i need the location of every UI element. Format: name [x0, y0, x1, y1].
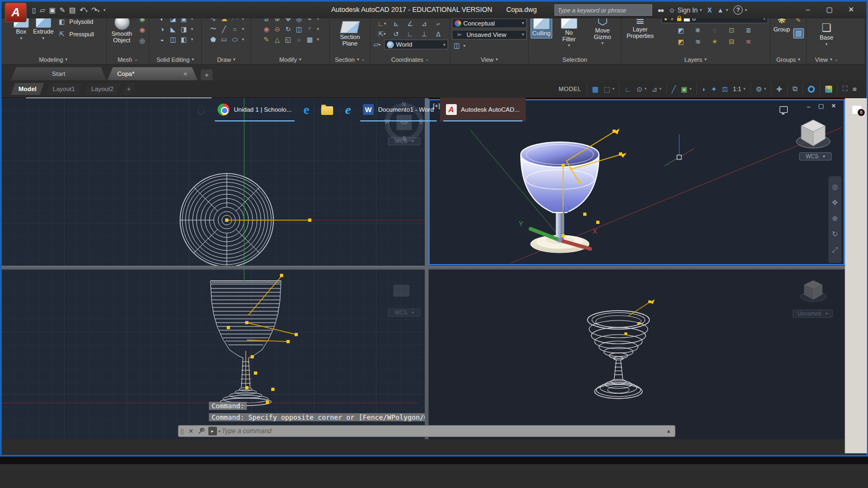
taskbar-app-explorer[interactable] [315, 98, 339, 121]
help-icon[interactable]: ?▾ [733, 5, 747, 15]
new-drawing-tab-button[interactable]: + [201, 69, 213, 80]
microphone-icon[interactable] [198, 106, 204, 114]
viewport-close-icon[interactable]: ✕ [829, 102, 838, 110]
grid-display-icon[interactable]: ▦ [592, 85, 598, 93]
panel-label-solid-editing[interactable]: Solid Editing▾ [149, 55, 201, 64]
maximize-button[interactable]: ▢ [819, 5, 840, 14]
isolate-objects-icon[interactable] [825, 86, 832, 93]
taskbar-app-autocad[interactable]: A Autodesk AutoCAD... [440, 98, 526, 121]
viewport-splitter-horizontal[interactable] [2, 266, 845, 269]
minimize-button[interactable]: – [797, 5, 819, 14]
wcs-dropdown-top-left[interactable]: WCS▾ [388, 137, 420, 145]
navigation-bar[interactable]: ◎ ✥ ⊕ ↻ ⤢ [828, 176, 841, 263]
panel-label-section[interactable]: Section▾⌄ [330, 55, 370, 64]
taskbar-app-word[interactable]: W Documento1 - Word [357, 98, 440, 121]
action-center-icon[interactable] [852, 106, 861, 114]
ortho-mode-icon[interactable]: ∟ [624, 85, 631, 93]
autoscale-icon[interactable]: ✦ [711, 85, 717, 93]
spline-icon[interactable]: 〜 [208, 24, 218, 34]
layer-freeze-icon[interactable]: ❄ [693, 25, 703, 35]
rotate-icon[interactable]: ↻ [283, 24, 293, 34]
visual-style-combo[interactable]: Conceptual▾ [452, 18, 527, 28]
command-bar-grip[interactable]: ⣿ [178, 428, 186, 434]
mesh-crease-icon[interactable]: ◎ [137, 36, 147, 46]
viewport-splitter-vertical[interactable] [425, 98, 429, 439]
panel-label-layers[interactable]: Layers▾ [621, 55, 770, 64]
panel-label-view[interactable]: View▾ [450, 55, 528, 64]
viewport-top-left[interactable]: N E S W TOP WCS▾ [2, 98, 425, 266]
annotation-visibility-icon[interactable]: ◗ [702, 85, 706, 93]
object-snap-tracking-icon[interactable]: ╱ [672, 85, 676, 93]
no-filter-button[interactable]: No Filter▾ [558, 14, 580, 49]
layer-unlock2-icon[interactable]: ⊟ [727, 37, 737, 46]
layer-thaw-all-icon[interactable]: ≋ [693, 37, 703, 46]
quick-properties-icon[interactable]: ⧉ [793, 85, 797, 93]
separate-icon[interactable]: ◧ [179, 35, 189, 44]
rectangle-icon[interactable]: ▭ [219, 35, 229, 44]
thicken-icon[interactable]: ◣ [168, 24, 178, 34]
rotate-3d-icon[interactable]: ◉ [261, 24, 271, 34]
mesh-unrefine-icon[interactable]: ◉ [137, 25, 147, 35]
annotation-monitor-icon[interactable]: ✚ [776, 85, 782, 93]
model-space-toggle[interactable]: MODEL [553, 86, 587, 92]
ellipse-icon[interactable]: ⬭ [230, 35, 240, 44]
panel-label-modify[interactable]: Modify▾ [251, 55, 329, 64]
layout-tab-layout2[interactable]: Layout2 [84, 83, 121, 95]
search-icon[interactable]: ●● [658, 7, 663, 14]
ucs-dropdown-bottom-right[interactable]: Unnamed▾ [793, 310, 833, 318]
command-close-icon[interactable]: ✕ [186, 428, 195, 435]
viewcube-bottom-left[interactable] [393, 285, 410, 297]
imprint-icon[interactable]: ◨ [179, 24, 189, 34]
panel-label-view-right[interactable]: View▾⌄ [807, 55, 846, 64]
ucs-show-icon[interactable]: ▱▾ [372, 40, 382, 49]
ucs-y-icon[interactable]: ↺ [391, 29, 401, 38]
panel-label-selection[interactable]: Selection [529, 55, 621, 64]
subtract-icon[interactable]: ◑ [157, 24, 167, 34]
communication-center-icon[interactable]: ▲▾ [717, 7, 728, 14]
base-button[interactable]: ❏Base▾ [819, 21, 834, 48]
layer-isolate-icon[interactable]: ◩ [676, 25, 686, 35]
presspull-button[interactable]: ⇱Presspull [57, 29, 94, 38]
viewcube-bottom-right[interactable] [797, 277, 829, 305]
file-tab-start[interactable]: Start [11, 67, 106, 80]
mirror-icon[interactable]: ◫ [294, 24, 304, 34]
wcs-dropdown-active[interactable]: WCS▾ [799, 152, 832, 160]
ucs-previous-icon[interactable]: ∠ [405, 19, 415, 28]
interfere-icon[interactable]: ◫ [168, 35, 178, 44]
ucs-combo[interactable]: World▾ [384, 40, 448, 49]
command-expand-icon[interactable]: ▲ [662, 428, 675, 434]
panel-label-modeling[interactable]: Modeling▾ [0, 55, 106, 64]
new-layout-button[interactable]: + [122, 83, 136, 95]
showmotion-icon[interactable]: ⤢ [832, 246, 838, 254]
pan-icon[interactable]: ✥ [832, 198, 838, 207]
taskbar-app-edge[interactable]: e [298, 98, 316, 121]
close-button[interactable]: ✕ [840, 5, 862, 14]
ucs-object-icon[interactable]: ⊿ [419, 19, 429, 28]
viewport-active-3d[interactable]: Z Y X [+][Custom View][Conceptua [429, 99, 845, 265]
layer-off-icon[interactable]: ◌ [710, 25, 720, 35]
panel-label-groups[interactable]: Groups▾ [770, 55, 806, 64]
command-prompt-icon[interactable]: ▸ [208, 427, 217, 435]
layout-tab-model[interactable]: Model [11, 83, 44, 95]
layer-unisolate-icon[interactable]: ◩ [676, 37, 686, 46]
polygon-icon[interactable]: ⬟ [208, 35, 218, 44]
layer-match-icon[interactable]: ≋ [744, 37, 754, 46]
ucs-icon[interactable]: ∟▾ [377, 19, 387, 28]
intersect-icon[interactable]: ◒ [157, 35, 167, 44]
layout-tab-layout1[interactable]: Layout1 [45, 83, 82, 95]
taskbar-app-ie[interactable]: e [339, 98, 357, 121]
polar-tracking-icon[interactable]: ⊙ [636, 85, 642, 93]
command-input[interactable] [221, 427, 663, 435]
offset-icon[interactable]: ⌔ [294, 35, 304, 44]
file-tab-copa[interactable]: Copa*✕ [107, 67, 197, 80]
command-customize-wrench-icon[interactable] [196, 428, 207, 434]
ucs-zaxis-icon[interactable]: ⊥ [419, 29, 429, 38]
viewport-minimize-icon[interactable]: – [804, 103, 813, 110]
move-gizmo-selector[interactable]: ⬡Move Gizmo▾ [586, 14, 619, 47]
clean-screen-icon[interactable]: ⛶ [843, 85, 847, 93]
workspace-switching-icon[interactable]: ⚙ [756, 85, 762, 93]
ucs-world-icon[interactable]: ⌐ [433, 19, 443, 28]
array-icon[interactable]: ▦ [305, 35, 315, 44]
line-icon[interactable]: ╱ [219, 24, 229, 34]
circle-icon[interactable]: ○ [230, 24, 240, 34]
